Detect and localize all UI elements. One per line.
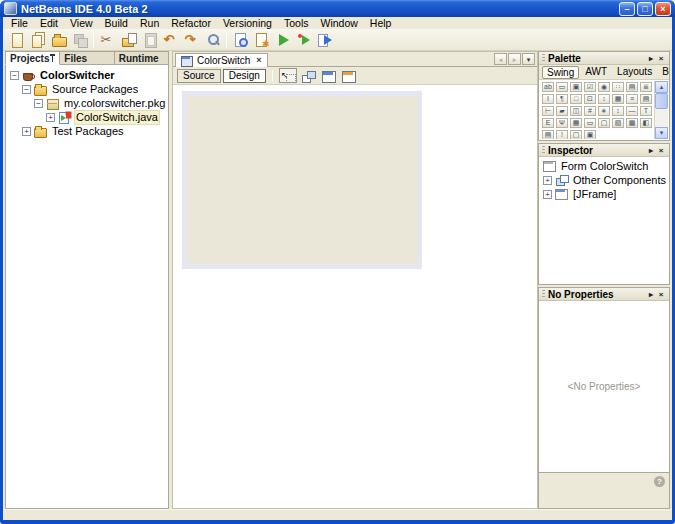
menu-edit[interactable]: Edit — [34, 17, 64, 29]
palette-tab-swing[interactable]: Swing — [542, 66, 579, 79]
pin-icon[interactable] — [49, 54, 57, 63]
menu-help[interactable]: Help — [364, 17, 398, 29]
design-form-canvas[interactable] — [187, 96, 417, 264]
design-view-button[interactable]: Design — [223, 69, 266, 83]
expand-toggle[interactable]: − — [10, 71, 19, 80]
palette-item-jcheckbox[interactable]: ☑ — [584, 82, 596, 92]
palette-item-jtextarea[interactable]: ¶ — [556, 94, 568, 104]
palette-item-jcombobox[interactable]: ▤ — [626, 82, 638, 92]
close-panel-icon[interactable]: × — [656, 289, 666, 300]
build-main-project-button[interactable] — [230, 30, 251, 49]
scroll-up-icon[interactable]: ▲ — [655, 81, 668, 93]
slide-panel-icon[interactable]: ▸ — [646, 145, 656, 156]
drag-grip-icon[interactable] — [542, 146, 545, 155]
redo-button[interactable] — [181, 30, 202, 49]
maximize-button[interactable]: □ — [637, 2, 653, 16]
find-button[interactable] — [202, 30, 223, 49]
expand-toggle[interactable]: − — [22, 85, 31, 94]
palette-item-jtree[interactable]: Ψ — [556, 118, 568, 128]
preview-design-button[interactable] — [319, 68, 337, 83]
scroll-tabs-left-button[interactable]: ◂ — [494, 53, 507, 65]
palette-item-jscrollpane[interactable]: ▦ — [612, 94, 624, 104]
menu-window[interactable]: Window — [314, 17, 363, 29]
palette-item-jtable[interactable]: ▦ — [570, 118, 582, 128]
palette-item-jpanel[interactable]: □ — [570, 94, 582, 104]
palette-item-buttongroup[interactable]: ∷ — [612, 82, 624, 92]
tab-files[interactable]: Files — [60, 51, 114, 65]
palette-scrollbar[interactable]: ▲ ▼ — [654, 81, 668, 139]
menu-view[interactable]: View — [64, 17, 99, 29]
palette-tab-awt[interactable]: AWT — [581, 66, 611, 79]
run-file-button[interactable] — [293, 30, 314, 49]
undo-button[interactable] — [160, 30, 181, 49]
palette-item-jtextpane[interactable]: T — [640, 106, 652, 116]
inspector-node-form-colorswitch[interactable]: Form ColorSwitch — [539, 159, 669, 173]
palette-item-jslider[interactable]: ⊢ — [542, 106, 554, 116]
expand-toggle[interactable]: + — [543, 190, 552, 199]
tab-runtime[interactable]: Runtime — [115, 51, 169, 65]
palette-tab-layouts[interactable]: Layouts — [613, 66, 656, 79]
inspector-node-other-components[interactable]: +Other Components — [539, 173, 669, 187]
palette-item-jmenubar[interactable]: ≡ — [626, 94, 638, 104]
palette-item-jdialog[interactable]: ▢ — [570, 130, 582, 139]
palette-item-jscrollbar[interactable]: ↕ — [598, 94, 610, 104]
palette-item-jsplitpane[interactable]: ◫ — [570, 106, 582, 116]
palette-item-jlayeredpane[interactable]: ▧ — [612, 118, 624, 128]
close-tab-icon[interactable]: × — [256, 56, 261, 65]
palette-item-jlist[interactable]: ≣ — [640, 82, 652, 92]
maximize-editor-button[interactable]: ▾ — [522, 53, 535, 65]
palette-item-jframe[interactable]: ▣ — [584, 130, 596, 139]
cut-button[interactable] — [97, 30, 118, 49]
expand-toggle[interactable]: − — [34, 99, 43, 108]
test-form-button[interactable] — [339, 68, 357, 83]
palette-item-jbutton[interactable]: ▭ — [556, 82, 568, 92]
palette-item-jspinner[interactable]: ↕ — [612, 106, 624, 116]
inspector-node-jframe[interactable]: +[JFrame] — [539, 187, 669, 201]
palette-item-jpasswordfield[interactable]: ∗ — [598, 106, 610, 116]
menu-build[interactable]: Build — [99, 17, 134, 29]
tree-node-test-packages[interactable]: +Test Packages — [6, 124, 168, 138]
slide-panel-icon[interactable]: ▸ — [646, 289, 656, 300]
tab-projects[interactable]: Projects× — [5, 51, 60, 65]
expand-toggle[interactable]: + — [22, 127, 31, 136]
run-main-project-button[interactable] — [272, 30, 293, 49]
clean-build-button[interactable] — [251, 30, 272, 49]
title-bar[interactable]: NetBeans IDE 4.0 Beta 2 – □ × — [0, 0, 675, 17]
palette-item-jprogressbar[interactable]: ▰ — [556, 106, 568, 116]
menu-versioning[interactable]: Versioning — [217, 17, 278, 29]
close-button[interactable]: × — [655, 2, 671, 16]
close-panel-icon[interactable]: × — [656, 145, 666, 156]
drag-grip-icon[interactable] — [542, 54, 545, 63]
tree-node-source-packages[interactable]: −Source Packages — [6, 82, 168, 96]
scroll-tabs-right-button[interactable]: ▸ — [508, 53, 521, 65]
editor-tab-colorswitch[interactable]: ColorSwitch × — [175, 53, 268, 67]
menu-tools[interactable]: Tools — [278, 17, 315, 29]
source-view-button[interactable]: Source — [177, 69, 221, 83]
scrollbar-thumb[interactable] — [655, 93, 668, 109]
help-icon[interactable]: ? — [654, 476, 665, 487]
selection-mode-button[interactable] — [279, 68, 297, 83]
palette-item-jpopupmenu[interactable]: ▤ — [640, 94, 652, 104]
drag-grip-icon[interactable] — [542, 290, 545, 299]
scroll-down-icon[interactable]: ▼ — [655, 127, 668, 139]
minimize-button[interactable]: – — [619, 2, 635, 16]
palette-item-jlabel[interactable]: ab — [542, 82, 554, 92]
new-file-button[interactable] — [6, 30, 27, 49]
menu-run[interactable]: Run — [134, 17, 165, 29]
palette-tab-beans[interactable]: Beans — [658, 66, 670, 79]
palette-item-jeditorpane[interactable]: E — [542, 118, 554, 128]
menu-file[interactable]: File — [5, 17, 34, 29]
expand-toggle[interactable]: + — [543, 176, 552, 185]
tree-node-colorswitcher[interactable]: −ColorSwitcher — [6, 68, 168, 82]
palette-item-jformattedtextfield[interactable]: # — [584, 106, 596, 116]
palette-item-jinternalframe[interactable]: ▢ — [598, 118, 610, 128]
expand-toggle[interactable]: + — [46, 113, 55, 122]
close-panel-icon[interactable]: × — [656, 53, 666, 64]
palette-item-jtoolbar[interactable]: ▭ — [584, 118, 596, 128]
palette-item-jdesktoppane[interactable]: ▩ — [626, 118, 638, 128]
palette-item-jcolorchooser[interactable]: ◧ — [640, 118, 652, 128]
palette-item-jtogglebutton[interactable]: ▣ — [570, 82, 582, 92]
copy-button[interactable] — [118, 30, 139, 49]
open-project-button[interactable] — [48, 30, 69, 49]
menu-refactor[interactable]: Refactor — [165, 17, 217, 29]
